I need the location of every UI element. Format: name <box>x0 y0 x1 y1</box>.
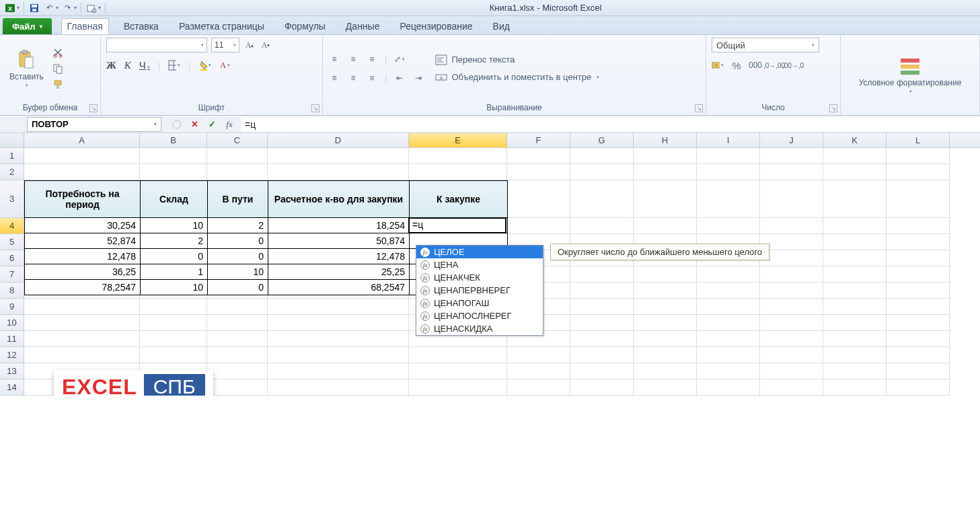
rowhdr-12[interactable]: 12 <box>0 347 24 363</box>
table-cell[interactable]: 12,478 <box>268 249 410 264</box>
cell[interactable] <box>887 283 950 299</box>
cell[interactable] <box>268 363 409 379</box>
colhdr-G[interactable]: G <box>570 133 634 147</box>
cell[interactable] <box>697 331 760 347</box>
cell[interactable] <box>570 331 634 347</box>
cell[interactable] <box>570 266 634 283</box>
autocomplete-item[interactable]: fxЦЕНАПОСЛНЕРЕГ <box>416 309 543 322</box>
increase-indent-icon[interactable]: ⇥ <box>412 72 424 84</box>
cell[interactable] <box>24 331 140 347</box>
decrease-indent-icon[interactable]: ⇤ <box>393 72 406 84</box>
rowhdr-2[interactable]: 2 <box>0 164 24 180</box>
table-cell[interactable]: 0 <box>208 249 268 264</box>
cell[interactable] <box>634 347 697 363</box>
tab-page-layout[interactable]: Разметка страницы <box>174 18 270 34</box>
cell[interactable] <box>140 315 207 331</box>
autocomplete-item[interactable]: fxЦЕНАПОГАШ <box>416 297 543 309</box>
formula-enter-icon[interactable]: ✓ <box>204 117 219 132</box>
tab-review[interactable]: Рецензирование <box>394 18 478 34</box>
bold-button[interactable]: Ж <box>106 60 116 71</box>
cell[interactable] <box>887 347 950 363</box>
cell[interactable] <box>697 347 760 363</box>
cell[interactable] <box>634 164 697 180</box>
cell[interactable] <box>760 266 823 283</box>
cell[interactable] <box>268 347 409 363</box>
cell[interactable] <box>887 164 950 180</box>
wrap-text-button[interactable]: Перенос текста <box>435 54 599 65</box>
cell[interactable] <box>760 379 823 396</box>
autocomplete-item[interactable]: fxЦЕНАКЧЕК <box>416 271 543 284</box>
table-cell[interactable]: 25,25 <box>268 264 410 280</box>
cell[interactable] <box>697 218 760 234</box>
cell[interactable] <box>570 315 634 331</box>
cell[interactable] <box>760 148 823 164</box>
cell[interactable] <box>887 299 950 315</box>
cell[interactable] <box>507 164 570 180</box>
table-header[interactable]: Склад <box>141 181 208 218</box>
cell[interactable] <box>24 148 140 164</box>
cell[interactable] <box>570 299 634 315</box>
cell[interactable] <box>823 283 887 299</box>
colhdr-A[interactable]: A <box>24 133 140 147</box>
cell[interactable] <box>760 218 823 234</box>
cell[interactable] <box>760 180 823 218</box>
cell[interactable] <box>887 315 950 331</box>
rowhdr-5[interactable]: 5 <box>0 234 24 250</box>
table-cell[interactable]: 2 <box>208 218 268 233</box>
paste-button[interactable]: Вставить ▾ <box>5 48 48 89</box>
table-cell[interactable]: 0 <box>141 249 208 264</box>
align-left-icon[interactable]: ≡ <box>328 72 340 84</box>
tab-formulas[interactable]: Формулы <box>279 18 331 34</box>
cell[interactable] <box>760 164 823 180</box>
rowhdr-10[interactable]: 10 <box>0 315 24 331</box>
cell[interactable] <box>268 315 409 331</box>
colhdr-H[interactable]: H <box>634 133 697 147</box>
table-cell[interactable]: 50,874 <box>268 233 410 249</box>
table-cell[interactable]: 10 <box>208 264 268 280</box>
grid[interactable]: 1234567891011121314Потребность на период… <box>0 148 980 396</box>
colhdr-F[interactable]: F <box>507 133 570 147</box>
autocomplete-item[interactable]: fxЦЕНА <box>416 258 543 271</box>
merge-center-button[interactable]: a Объединить и поместить в центре▾ <box>435 72 599 83</box>
cell[interactable] <box>760 283 823 299</box>
align-middle-icon[interactable]: ≡ <box>347 53 359 65</box>
grow-font-icon[interactable]: A▴ <box>243 39 256 51</box>
cell[interactable] <box>268 331 409 347</box>
rowhdr-1[interactable]: 1 <box>0 148 24 164</box>
table-cell[interactable]: 30,254 <box>25 218 141 233</box>
cell[interactable] <box>760 363 823 379</box>
cell[interactable] <box>634 299 697 315</box>
alignment-launcher-icon[interactable]: ↘ <box>695 104 703 112</box>
rowhdr-7[interactable]: 7 <box>0 266 24 283</box>
cell[interactable] <box>507 180 570 218</box>
table-cell[interactable]: 78,2547 <box>25 280 141 295</box>
table-cell[interactable]: 18,254 <box>268 218 410 233</box>
table-cell[interactable]: 0 <box>208 233 268 249</box>
undo-icon[interactable]: ↶ <box>43 2 55 14</box>
cell[interactable] <box>570 180 634 218</box>
name-box[interactable]: ПОВТОР▾ <box>27 117 161 132</box>
align-top-icon[interactable]: ≡ <box>328 53 340 65</box>
formula-input[interactable] <box>241 117 980 132</box>
font-launcher-icon[interactable]: ↘ <box>311 104 319 112</box>
cell[interactable] <box>634 283 697 299</box>
colhdr-D[interactable]: D <box>268 133 409 147</box>
table-cell[interactable]: 10 <box>141 218 208 233</box>
table-header[interactable]: Расчетное к-во для закупки <box>268 181 410 218</box>
cell[interactable] <box>24 299 140 315</box>
cell[interactable] <box>24 347 140 363</box>
cell[interactable] <box>507 218 570 234</box>
cell[interactable] <box>634 363 697 379</box>
increase-decimal-icon[interactable]: ,0→,00 <box>768 59 780 71</box>
cell[interactable] <box>634 218 697 234</box>
borders-icon[interactable]: ▾ <box>168 59 180 71</box>
rowhdr-13[interactable]: 13 <box>0 363 24 379</box>
cell[interactable] <box>268 164 409 180</box>
cell[interactable] <box>634 180 697 218</box>
cell[interactable] <box>760 331 823 347</box>
number-launcher-icon[interactable]: ↘ <box>829 104 837 112</box>
cell[interactable] <box>823 363 887 379</box>
cell[interactable] <box>697 363 760 379</box>
cell[interactable] <box>887 363 950 379</box>
cell[interactable] <box>634 315 697 331</box>
